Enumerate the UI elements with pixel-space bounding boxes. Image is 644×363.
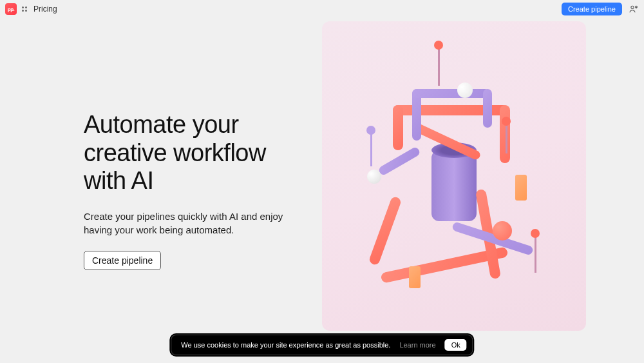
main-content: Automate your creative workflow with AI … (0, 18, 644, 363)
cookie-banner: We use cookies to make your site experie… (169, 333, 474, 357)
create-pipeline-hero-button[interactable]: Create pipeline (84, 251, 161, 270)
cookie-message: We use cookies to make your site experie… (181, 341, 390, 349)
hero-section: Automate your creative workflow with AI … (0, 111, 322, 270)
pipes-3d-illustration (322, 21, 586, 331)
pricing-link[interactable]: Pricing (33, 5, 57, 14)
header-right: Create pipeline (562, 3, 639, 15)
hero-illustration (322, 21, 586, 331)
cookie-ok-button[interactable]: Ok (445, 339, 467, 351)
create-pipeline-header-button[interactable]: Create pipeline (562, 3, 622, 15)
header-bar: pp. Pricing Create pipeline (0, 0, 644, 18)
apps-grid-icon[interactable] (22, 6, 27, 12)
hero-subtitle: Create your pipelines quickly with AI an… (84, 210, 296, 237)
cookie-learn-more-link[interactable]: Learn more (399, 341, 435, 349)
account-icon[interactable] (629, 4, 639, 14)
hero-title: Automate your creative workflow with AI (84, 111, 296, 195)
logo-text: pp. (8, 6, 15, 12)
svg-point-0 (631, 6, 634, 8)
logo[interactable]: pp. (5, 3, 17, 15)
